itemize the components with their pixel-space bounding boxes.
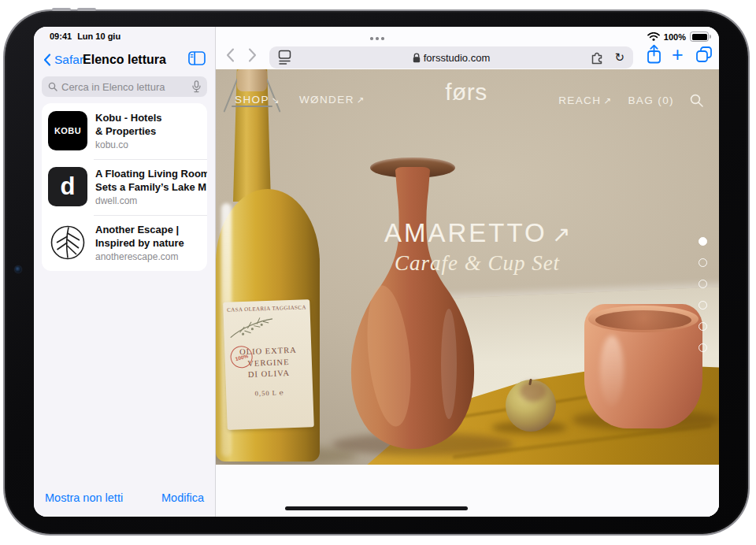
- slide-pagination: [699, 237, 707, 352]
- arrow-up-right-icon: ↗: [603, 96, 612, 106]
- site-search-icon[interactable]: [690, 94, 703, 107]
- pagination-dot[interactable]: [699, 301, 707, 310]
- item-url: kobu.co: [95, 139, 162, 150]
- reading-list-item-dwell[interactable]: d A Floating Living Room Sets a Family’s…: [42, 159, 207, 215]
- pagination-dot[interactable]: [699, 258, 707, 267]
- extensions-button[interactable]: [591, 50, 605, 65]
- reading-list-search-field[interactable]: [42, 76, 207, 97]
- small-apple: [506, 380, 556, 432]
- oil-bottle-label: CASA OLEARIA TAGGIASCA 100% OLIO EXTRA V: [223, 299, 314, 430]
- nav-reach-link[interactable]: REACH↗: [558, 95, 612, 106]
- home-indicator[interactable]: [285, 506, 468, 510]
- label-size-text: 0,50 L ℮: [226, 387, 313, 399]
- reload-button[interactable]: ↻: [614, 49, 624, 65]
- leaf-icon: [50, 224, 86, 261]
- ipad-device-frame: 09:41 Lun 10 giu Safari Elenco lettura: [5, 11, 748, 534]
- extensions-puzzle-icon: [591, 50, 605, 65]
- kobu-favicon-text: KOBU: [54, 126, 81, 135]
- wifi-icon: [647, 32, 660, 41]
- product-subtitle: Carafe & Cup Set: [225, 251, 719, 276]
- sidebar-footer: Mostra non letti Modifica: [45, 491, 204, 504]
- pagination-dot[interactable]: [699, 322, 707, 331]
- item-title: A Floating Living Room Sets a Family’s L…: [95, 168, 202, 194]
- product-title-link[interactable]: AMARETTO↗: [225, 218, 719, 248]
- olive-branch-icon: [224, 311, 311, 346]
- nav-wonder-link[interactable]: WØNDER↗: [299, 94, 365, 106]
- item-title: Kobu - Hotels & Properties: [95, 112, 162, 138]
- search-icon: [48, 82, 57, 91]
- status-bar-left: 09:41 Lun 10 giu: [50, 32, 120, 41]
- nav-left: SHOP↘ WØNDER↗: [235, 94, 365, 106]
- pagination-dot[interactable]: [699, 280, 707, 288]
- item-text: Another Escape | Inspired by nature anot…: [95, 223, 184, 262]
- clock: 09:41: [50, 32, 72, 41]
- item-title: Another Escape | Inspired by nature: [95, 224, 184, 250]
- new-tab-button[interactable]: +: [672, 44, 684, 65]
- history-nav: [226, 48, 257, 62]
- nav-right: REACH↗ BAG (0): [558, 94, 703, 107]
- dwell-favicon: d: [48, 167, 87, 206]
- screen: 09:41 Lun 10 giu Safari Elenco lettura: [34, 27, 719, 517]
- address-bar[interactable]: forsstudio.com ↻: [269, 46, 633, 69]
- site-logo[interactable]: førs: [419, 79, 513, 106]
- tabs-icon: [695, 46, 713, 63]
- lock-icon: [413, 53, 421, 63]
- item-url: anotherescape.com: [95, 251, 184, 262]
- site-navigation: SHOP↘ WØNDER↗ førs REACH↗ BAG (0): [216, 69, 719, 120]
- sidebar-icon: [188, 51, 206, 65]
- reading-list: KOBU Kobu - Hotels & Properties kobu.co: [42, 103, 207, 271]
- kobu-favicon: KOBU: [48, 111, 87, 150]
- terracotta-carafe: [348, 167, 477, 452]
- nav-shop-link[interactable]: SHOP↘: [235, 94, 280, 106]
- safari-sidebar: 09:41 Lun 10 giu Safari Elenco lettura: [34, 27, 215, 517]
- edit-button[interactable]: Modifica: [161, 491, 204, 504]
- arrow-up-right-icon: ↗: [552, 222, 570, 247]
- arrow-down-right-icon: ↘: [272, 95, 280, 105]
- multitasking-handle[interactable]: [370, 37, 384, 40]
- reading-list-item-another-escape[interactable]: Another Escape | Inspired by nature anot…: [42, 215, 207, 271]
- back-icon[interactable]: [226, 48, 235, 62]
- cup-highlight: [600, 336, 624, 406]
- forward-icon[interactable]: [248, 48, 257, 62]
- sidebar-toggle-button[interactable]: [188, 51, 206, 65]
- web-page-hero: CASA OLEARIA TAGGIASCA 100% OLIO EXTRA V: [216, 69, 719, 465]
- leaf-favicon: [48, 223, 87, 262]
- pagination-dot[interactable]: [699, 343, 707, 352]
- url-text: forsstudio.com: [424, 52, 491, 64]
- item-url: dwell.com: [95, 195, 202, 206]
- browser-pane: 100%: [215, 27, 719, 517]
- volume-down-button: [77, 8, 96, 11]
- date: Lun 10 giu: [77, 32, 120, 41]
- hero-text: AMARETTO↗ Carafe & Cup Set: [225, 218, 719, 276]
- item-text: Kobu - Hotels & Properties kobu.co: [95, 111, 162, 150]
- show-unread-button[interactable]: Mostra non letti: [45, 491, 123, 504]
- battery-icon: [690, 32, 709, 42]
- url-display: forsstudio.com: [269, 46, 633, 69]
- nav-bag-link[interactable]: BAG (0): [628, 95, 674, 106]
- status-bar-right: 100%: [647, 32, 709, 42]
- screenshot-stage: 09:41 Lun 10 giu Safari Elenco lettura: [0, 0, 756, 545]
- battery-percent: 100%: [664, 32, 686, 42]
- mic-icon[interactable]: [192, 80, 201, 93]
- item-text: A Floating Living Room Sets a Family’s L…: [95, 167, 202, 206]
- arrow-up-right-icon: ↗: [357, 95, 365, 105]
- terracotta-cup: [584, 304, 702, 428]
- pagination-dot[interactable]: [699, 237, 707, 246]
- share-button[interactable]: [646, 44, 662, 65]
- share-icon: [646, 44, 662, 65]
- volume-up-button: [52, 8, 71, 11]
- tab-overview-button[interactable]: [695, 46, 713, 63]
- front-camera: [15, 266, 21, 272]
- dwell-favicon-text: d: [61, 169, 76, 205]
- search-input[interactable]: [61, 81, 188, 93]
- reading-list-item-kobu[interactable]: KOBU Kobu - Hotels & Properties kobu.co: [42, 103, 207, 159]
